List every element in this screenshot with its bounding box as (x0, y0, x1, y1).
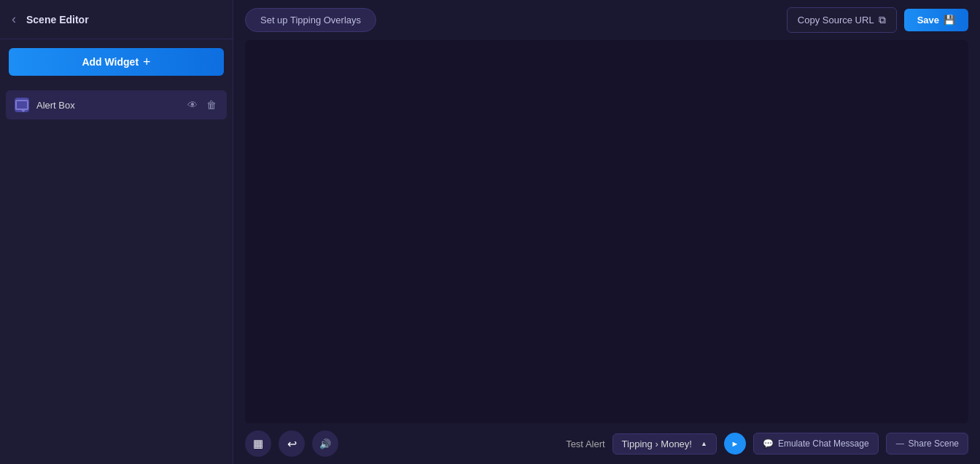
copy-url-label: Copy Source URL (798, 15, 874, 25)
emulate-label: Emulate Chat Message (778, 439, 869, 449)
widget-item-label: Alert Box (36, 100, 179, 111)
alert-box-icon (15, 98, 29, 112)
setup-tipping-button[interactable]: Set up Tipping Overlays (245, 8, 376, 32)
send-icon: ► (731, 439, 739, 448)
copy-icon: ⧉ (879, 14, 886, 26)
chat-icon: 💬 (763, 439, 774, 449)
save-icon: 💾 (944, 15, 955, 25)
resize-tool-button[interactable]: ▦ (245, 430, 271, 457)
test-alert-select[interactable]: Tipping › Money! ▲ (612, 433, 717, 455)
eye-icon: 👁 (187, 99, 198, 111)
share-label: Share Scene (909, 439, 959, 449)
main-toolbar: Set up Tipping Overlays Copy Source URL … (233, 0, 980, 40)
volume-button[interactable]: 🔊 (312, 430, 338, 457)
test-alert-value: Tipping › Money! (622, 439, 692, 449)
share-icon: ⸻ (895, 439, 904, 449)
sidebar-header: ‹ Scene Editor (0, 0, 233, 39)
delete-button[interactable]: 🗑 (205, 98, 218, 112)
save-button[interactable]: Save 💾 (904, 9, 968, 31)
copy-source-url-button[interactable]: Copy Source URL ⧉ (787, 7, 897, 33)
add-widget-button[interactable]: Add Widget + (9, 48, 224, 76)
back-button[interactable]: ‹ (12, 10, 20, 28)
share-scene-button[interactable]: ⸻ Share Scene (886, 433, 968, 455)
scene-canvas (245, 40, 968, 423)
main-content: Set up Tipping Overlays Copy Source URL … (233, 0, 980, 464)
toolbar-right: Copy Source URL ⧉ Save 💾 (787, 7, 968, 33)
bottom-right: Test Alert Tipping › Money! ▲ ► 💬 Emulat… (566, 433, 968, 455)
widget-item-actions: 👁 🗑 (186, 98, 218, 112)
bottom-bar: ▦ ↩ 🔊 Test Alert Tipping › Money! ▲ ► 💬 … (233, 423, 980, 464)
undo-button[interactable]: ↩ (279, 430, 305, 457)
volume-icon: 🔊 (319, 439, 331, 449)
visibility-button[interactable]: 👁 (186, 98, 199, 112)
widget-list: Alert Box 👁 🗑 (0, 84, 233, 125)
trash-icon: 🗑 (206, 99, 217, 111)
sidebar-title: Scene Editor (26, 14, 89, 25)
add-widget-label: Add Widget (82, 56, 139, 68)
emulate-chat-button[interactable]: 💬 Emulate Chat Message (753, 433, 879, 455)
widget-item[interactable]: Alert Box 👁 🗑 (6, 90, 227, 119)
test-alert-go-button[interactable]: ► (724, 433, 746, 455)
test-alert-label: Test Alert (566, 439, 604, 449)
save-label: Save (917, 15, 939, 25)
sidebar: ‹ Scene Editor Add Widget + Alert Box 👁 … (0, 0, 233, 464)
resize-icon: ▦ (253, 437, 263, 450)
plus-icon: + (143, 55, 151, 68)
chevron-up-icon: ▲ (701, 440, 707, 447)
setup-tipping-label: Set up Tipping Overlays (260, 15, 361, 25)
undo-icon: ↩ (287, 437, 297, 451)
